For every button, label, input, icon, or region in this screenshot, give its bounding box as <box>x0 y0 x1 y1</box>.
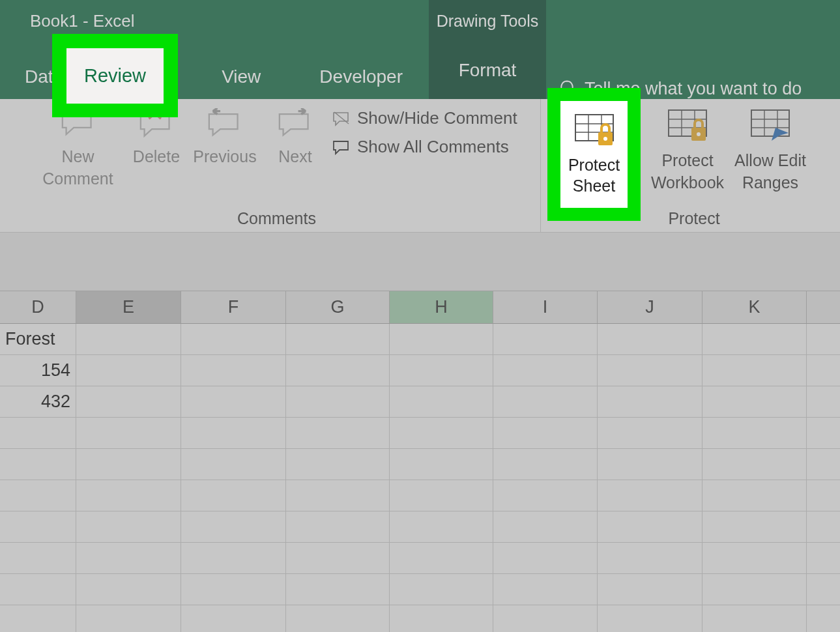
tab-developer[interactable]: Developer <box>306 55 416 99</box>
cell[interactable] <box>76 543 181 573</box>
cell[interactable] <box>181 574 286 605</box>
cell[interactable] <box>181 605 286 632</box>
cell[interactable] <box>286 355 390 386</box>
cell[interactable] <box>286 324 390 354</box>
cell[interactable] <box>76 418 181 448</box>
tab-format[interactable]: Format <box>429 42 546 99</box>
tab-review[interactable]: Review <box>66 48 164 104</box>
cell[interactable] <box>0 511 76 542</box>
column-header-J[interactable]: J <box>598 291 702 323</box>
cell[interactable] <box>76 574 181 605</box>
cell[interactable] <box>598 355 702 386</box>
cell[interactable] <box>493 543 598 573</box>
cell[interactable] <box>493 324 598 354</box>
cell[interactable] <box>702 355 807 386</box>
cell[interactable] <box>286 543 390 573</box>
protect-sheet-button[interactable]: Protect Sheet <box>560 101 628 208</box>
cell[interactable] <box>286 511 390 542</box>
cell[interactable] <box>76 386 181 417</box>
cell[interactable] <box>76 355 181 386</box>
cell[interactable] <box>598 543 702 573</box>
cell[interactable] <box>390 386 493 417</box>
cell[interactable] <box>286 574 390 605</box>
cell[interactable] <box>181 355 286 386</box>
cell[interactable] <box>702 418 807 448</box>
cell[interactable] <box>493 386 598 417</box>
cell[interactable] <box>493 355 598 386</box>
cell[interactable] <box>598 605 702 632</box>
show-hide-comment-button[interactable]: Show/Hide Comment <box>332 108 517 128</box>
cell[interactable] <box>286 418 390 448</box>
cell[interactable]: 432 <box>0 386 76 417</box>
cell[interactable] <box>0 480 76 511</box>
next-comment-button[interactable]: Next <box>272 108 318 168</box>
cell[interactable] <box>0 574 76 605</box>
column-header-D[interactable]: D <box>0 291 76 323</box>
cell[interactable] <box>702 574 807 605</box>
cell[interactable] <box>0 449 76 480</box>
cell[interactable] <box>598 418 702 448</box>
cell[interactable] <box>598 386 702 417</box>
cell[interactable] <box>493 480 598 511</box>
cell[interactable] <box>76 605 181 632</box>
protect-workbook-button[interactable]: Protect Workbook <box>642 108 733 194</box>
cell[interactable] <box>181 449 286 480</box>
cell[interactable] <box>493 511 598 542</box>
cell[interactable] <box>390 574 493 605</box>
cell[interactable] <box>390 605 493 632</box>
cell[interactable] <box>286 386 390 417</box>
cell[interactable] <box>390 480 493 511</box>
cell[interactable] <box>598 449 702 480</box>
cell[interactable] <box>181 480 286 511</box>
cell[interactable] <box>702 480 807 511</box>
previous-comment-button[interactable]: Previous <box>189 108 261 168</box>
cell[interactable] <box>390 418 493 448</box>
new-comment-button[interactable]: New Comment <box>34 108 122 190</box>
cell[interactable] <box>390 324 493 354</box>
cell[interactable] <box>0 543 76 573</box>
cell[interactable] <box>76 449 181 480</box>
cell[interactable] <box>390 449 493 480</box>
cell[interactable]: Forest <box>0 324 76 354</box>
cell[interactable] <box>286 605 390 632</box>
cell[interactable] <box>76 480 181 511</box>
column-header-K[interactable]: K <box>702 291 807 323</box>
cell[interactable] <box>181 418 286 448</box>
cell[interactable] <box>390 511 493 542</box>
show-all-comments-button[interactable]: Show All Comments <box>332 137 509 157</box>
cell[interactable] <box>702 386 807 417</box>
cell[interactable] <box>493 574 598 605</box>
column-header-E[interactable]: E <box>76 291 181 323</box>
cell[interactable] <box>76 511 181 542</box>
cell[interactable] <box>181 511 286 542</box>
cell[interactable] <box>702 605 807 632</box>
cell[interactable] <box>702 324 807 354</box>
cell[interactable] <box>598 480 702 511</box>
spreadsheet-grid[interactable]: Forest154432 <box>0 324 840 632</box>
column-header-H[interactable]: H <box>390 291 493 323</box>
cell[interactable] <box>181 324 286 354</box>
cell[interactable] <box>390 543 493 573</box>
cell[interactable] <box>702 511 807 542</box>
cell[interactable] <box>0 418 76 448</box>
cell[interactable]: 154 <box>0 355 76 386</box>
cell[interactable] <box>76 324 181 354</box>
cell[interactable] <box>493 418 598 448</box>
cell[interactable] <box>390 355 493 386</box>
column-header-F[interactable]: F <box>181 291 286 323</box>
cell[interactable] <box>286 449 390 480</box>
cell[interactable] <box>598 324 702 354</box>
allow-edit-ranges-button[interactable]: Allow Edit Ranges <box>725 108 816 194</box>
cell[interactable] <box>493 605 598 632</box>
cell[interactable] <box>598 574 702 605</box>
cell[interactable] <box>702 449 807 480</box>
cell[interactable] <box>598 511 702 542</box>
cell[interactable] <box>0 605 76 632</box>
column-header-I[interactable]: I <box>493 291 598 323</box>
column-header-G[interactable]: G <box>286 291 390 323</box>
cell[interactable] <box>493 449 598 480</box>
cell[interactable] <box>702 543 807 573</box>
cell[interactable] <box>181 386 286 417</box>
cell[interactable] <box>286 480 390 511</box>
cell[interactable] <box>181 543 286 573</box>
